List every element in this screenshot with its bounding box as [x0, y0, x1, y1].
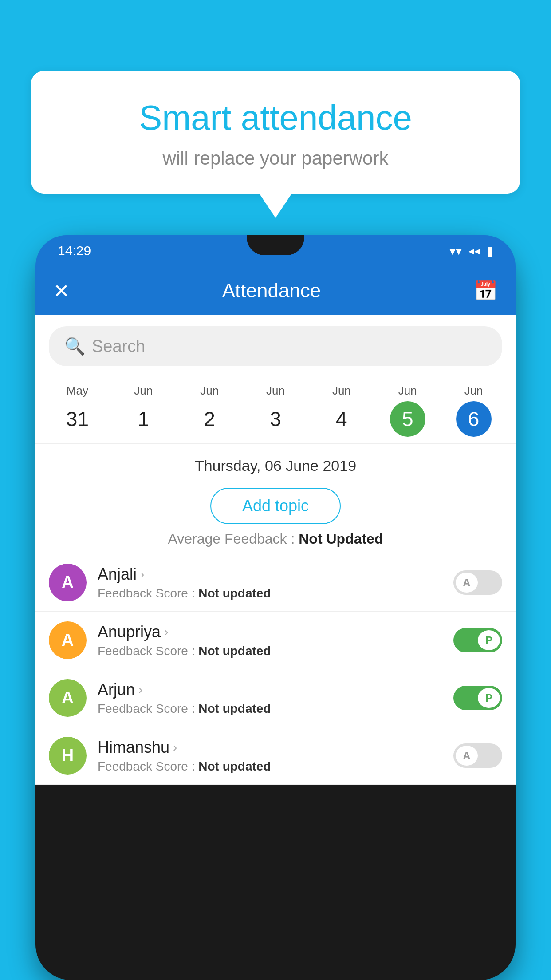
avatar: A [49, 564, 87, 601]
student-info: Himanshu › Feedback Score : Not updated [98, 738, 453, 774]
student-name: Anjali › [98, 565, 453, 584]
student-item[interactable]: A Arjun › Feedback Score : Not updated P [35, 669, 516, 727]
calendar-icon[interactable]: 📅 [473, 279, 498, 302]
search-bar[interactable]: 🔍 Search [49, 326, 502, 366]
avg-feedback-label: Average Feedback : [168, 531, 295, 547]
screen-content: 🔍 Search May 31 Jun 1 Jun 2 Jun 3 [35, 315, 516, 785]
avatar: A [49, 621, 87, 659]
chevron-right-icon: › [140, 567, 144, 581]
student-info: Anupriya › Feedback Score : Not updated [98, 623, 453, 658]
avatar: H [49, 737, 87, 775]
student-name: Anupriya › [98, 623, 453, 641]
bubble-subtitle: will replace your paperwork [53, 148, 498, 169]
day-3: 3 [258, 401, 293, 437]
attendance-toggle[interactable]: A [453, 743, 502, 768]
student-info: Anjali › Feedback Score : Not updated [98, 565, 453, 601]
status-time: 14:29 [58, 243, 91, 258]
chevron-right-icon: › [164, 625, 168, 639]
signal-icon: ◂◂ [468, 244, 480, 258]
notch [247, 235, 304, 255]
toggle-knob: P [478, 630, 500, 650]
student-info: Arjun › Feedback Score : Not updated [98, 680, 453, 716]
day-2: 2 [192, 401, 227, 437]
bubble-title: Smart attendance [53, 98, 498, 138]
day-5: 5 [390, 401, 425, 437]
selected-date-label: Thursday, 06 June 2019 [35, 444, 516, 481]
student-item[interactable]: H Himanshu › Feedback Score : Not update… [35, 727, 516, 785]
add-topic-button[interactable]: Add topic [210, 488, 341, 524]
speech-bubble: Smart attendance will replace your paper… [31, 71, 520, 194]
attendance-toggle[interactable]: P [453, 628, 502, 652]
date-col-3[interactable]: Jun 3 [243, 377, 309, 443]
day-4: 4 [324, 401, 359, 437]
date-col-6[interactable]: Jun 6 [441, 377, 507, 443]
search-placeholder: Search [92, 337, 145, 356]
wifi-icon: ▾▾ [449, 244, 462, 258]
date-col-1[interactable]: Jun 1 [110, 377, 177, 443]
month-1: Jun [113, 384, 174, 398]
month-3: Jun [245, 384, 307, 398]
student-list: A Anjali › Feedback Score : Not updated … [35, 554, 516, 785]
status-icons: ▾▾ ◂◂ ▮ [449, 244, 493, 258]
avg-feedback-value: Not Updated [299, 531, 383, 547]
date-col-5[interactable]: Jun 5 [374, 377, 441, 443]
feedback-score: Feedback Score : Not updated [98, 644, 453, 658]
feedback-score: Feedback Score : Not updated [98, 702, 453, 716]
feedback-score: Feedback Score : Not updated [98, 586, 453, 601]
day-1: 1 [126, 401, 161, 437]
app-bar: ✕ Attendance 📅 [35, 266, 516, 315]
toggle-knob: P [478, 688, 500, 708]
date-col-4[interactable]: Jun 4 [308, 377, 374, 443]
day-6: 6 [456, 401, 492, 437]
date-col-2[interactable]: Jun 2 [177, 377, 243, 443]
student-name: Himanshu › [98, 738, 453, 757]
calendar-row: May 31 Jun 1 Jun 2 Jun 3 Jun 4 [35, 377, 516, 444]
attendance-toggle[interactable]: P [453, 686, 502, 710]
toggle-knob: A [456, 573, 478, 593]
toggle-knob: A [456, 746, 478, 766]
search-icon: 🔍 [64, 336, 85, 356]
month-6: Jun [443, 384, 504, 398]
month-0: May [47, 384, 108, 398]
speech-bubble-container: Smart attendance will replace your paper… [31, 71, 520, 194]
attendance-toggle[interactable]: A [453, 570, 502, 595]
avatar: A [49, 679, 87, 717]
date-col-0[interactable]: May 31 [44, 377, 110, 443]
avg-feedback: Average Feedback : Not Updated [35, 531, 516, 547]
status-bar: 14:29 ▾▾ ◂◂ ▮ [35, 235, 516, 266]
feedback-score: Feedback Score : Not updated [98, 759, 453, 774]
chevron-right-icon: › [138, 683, 142, 697]
close-icon[interactable]: ✕ [53, 280, 70, 302]
month-5: Jun [377, 384, 438, 398]
student-item[interactable]: A Anjali › Feedback Score : Not updated … [35, 554, 516, 612]
day-0: 31 [59, 401, 95, 437]
app-bar-title: Attendance [70, 280, 473, 302]
chevron-right-icon: › [173, 740, 177, 755]
student-name: Arjun › [98, 680, 453, 699]
student-item[interactable]: A Anupriya › Feedback Score : Not update… [35, 612, 516, 669]
month-2: Jun [179, 384, 240, 398]
phone-frame: 14:29 ▾▾ ◂◂ ▮ ✕ Attendance 📅 🔍 Search Ma… [35, 235, 516, 980]
battery-icon: ▮ [487, 244, 493, 258]
month-4: Jun [311, 384, 372, 398]
